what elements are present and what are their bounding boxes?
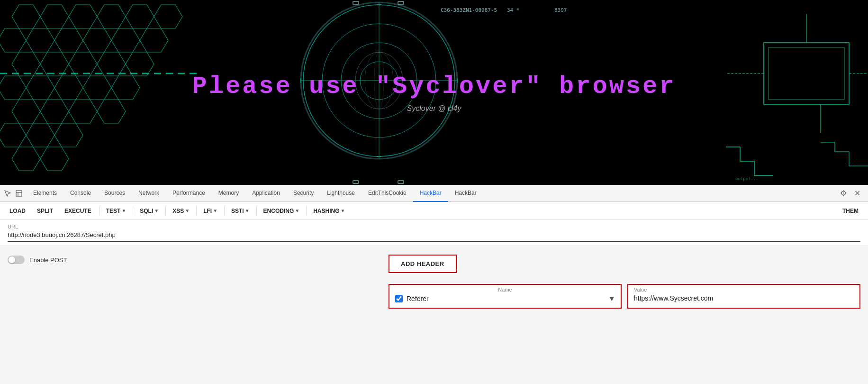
svg-rect-46 — [353, 1, 359, 4]
tab-editthiscookie[interactable]: EditThisCookie — [362, 185, 413, 202]
header-name-box: Name ▼ — [389, 284, 622, 309]
svg-marker-17 — [0, 76, 26, 100]
lfi-arrow-icon: ▼ — [213, 208, 217, 213]
xss-dropdown[interactable]: XSS ▼ — [170, 206, 192, 216]
svg-rect-53 — [764, 43, 849, 104]
svg-marker-7 — [26, 28, 54, 52]
svg-rect-47 — [398, 1, 404, 4]
tab-elements[interactable]: Elements — [27, 185, 63, 202]
encoding-dropdown[interactable]: ENCODING ▼ — [261, 206, 303, 216]
svg-marker-13 — [40, 52, 69, 76]
ssti-dropdown[interactable]: SSTI ▼ — [228, 206, 253, 216]
svg-marker-14 — [69, 52, 97, 76]
hackbar-toolbar: LOAD SPLIT EXECUTE TEST ▼ SQLI ▼ XSS ▼ L… — [0, 202, 868, 220]
main-area: Enable POST ADD HEADER Name ▼ Value — [0, 246, 868, 384]
svg-text:8397: 8397 — [554, 7, 567, 13]
header-value-box: Value — [627, 284, 860, 309]
svg-marker-18 — [26, 76, 54, 100]
svg-marker-23 — [40, 100, 69, 123]
svg-marker-21 — [111, 76, 140, 100]
devtools-gear-icon[interactable]: ⚙ — [836, 187, 850, 200]
svg-text:C36-383ZN1-00987-5: C36-383ZN1-00987-5 — [441, 7, 497, 13]
separator-1 — [99, 206, 99, 216]
svg-marker-11 — [140, 28, 168, 52]
hero-section: 8397 34 * C36-383ZN1-00987-5 output... P… — [0, 0, 868, 185]
header-name-dropdown-icon[interactable]: ▼ — [608, 295, 615, 302]
ssti-arrow-icon: ▼ — [245, 208, 250, 213]
devtools-close-icon[interactable]: ✕ — [850, 187, 864, 200]
svg-marker-16 — [126, 52, 154, 76]
toggle-knob — [9, 256, 15, 263]
test-arrow-icon: ▼ — [121, 208, 126, 213]
svg-marker-26 — [0, 123, 26, 147]
separator-4 — [196, 206, 197, 216]
url-divider — [8, 241, 860, 242]
separator-6 — [256, 206, 257, 216]
devtools-right-controls: ⚙ ✕ — [836, 187, 864, 200]
svg-marker-10 — [111, 28, 140, 52]
header-row: Name ▼ Value — [389, 284, 860, 309]
sqli-dropdown[interactable]: SQLI ▼ — [137, 206, 162, 216]
tab-memory[interactable]: Memory — [212, 185, 245, 202]
svg-marker-30 — [40, 147, 69, 171]
url-input[interactable] — [8, 230, 860, 239]
svg-marker-22 — [12, 100, 40, 123]
svg-text:output...: output... — [735, 176, 759, 181]
split-button[interactable]: SPLIT — [33, 206, 57, 216]
tab-hackbar2[interactable]: HackBar — [448, 185, 483, 202]
tab-lighthouse[interactable]: Lighthouse — [320, 185, 362, 202]
svg-rect-60 — [16, 191, 22, 196]
sqli-arrow-icon: ▼ — [154, 208, 159, 213]
tab-hackbar[interactable]: HackBar — [413, 185, 448, 202]
devtools-icon-cursor[interactable] — [4, 190, 11, 197]
svg-marker-24 — [69, 100, 97, 123]
devtools-tabs-bar: Elements Console Sources Network Perform… — [0, 185, 868, 202]
url-label: URL — [8, 224, 860, 229]
separator-7 — [306, 206, 307, 216]
xss-arrow-icon: ▼ — [185, 208, 190, 213]
separator-3 — [165, 206, 166, 216]
hero-subtitle: Syclover @ cl4y — [192, 104, 676, 113]
enable-post-label: Enable POST — [29, 256, 67, 264]
tab-application[interactable]: Application — [245, 185, 287, 202]
svg-text:34 *: 34 * — [507, 7, 520, 13]
enable-post-toggle[interactable] — [8, 256, 25, 264]
svg-rect-54 — [769, 47, 844, 100]
hashing-arrow-icon: ▼ — [341, 208, 345, 213]
load-button[interactable]: LOAD — [6, 206, 29, 216]
hero-content: Please use "Syclover" browser Syclover @… — [192, 73, 676, 113]
header-checkbox[interactable] — [395, 295, 403, 302]
hero-title: Please use "Syclover" browser — [192, 73, 676, 101]
circuit-decoration: output... — [726, 0, 868, 185]
svg-rect-48 — [353, 181, 359, 183]
svg-marker-29 — [12, 147, 40, 171]
svg-marker-19 — [54, 76, 83, 100]
svg-marker-6 — [0, 28, 26, 52]
header-name-input[interactable] — [407, 295, 605, 302]
svg-marker-28 — [54, 123, 83, 147]
tab-sources[interactable]: Sources — [98, 185, 132, 202]
svg-marker-4 — [126, 5, 154, 28]
devtools-icon-inspect[interactable] — [15, 190, 23, 197]
tab-security[interactable]: Security — [287, 185, 320, 202]
svg-marker-0 — [12, 5, 40, 28]
svg-marker-1 — [40, 5, 69, 28]
svg-marker-27 — [26, 123, 54, 147]
svg-marker-9 — [83, 28, 111, 52]
tab-performance[interactable]: Performance — [166, 185, 212, 202]
svg-marker-2 — [69, 5, 97, 28]
separator-2 — [133, 206, 133, 216]
url-section: URL — [0, 220, 868, 246]
execute-button[interactable]: EXECUTE — [61, 206, 95, 216]
tab-console[interactable]: Console — [63, 185, 98, 202]
header-name-label: Name — [498, 287, 512, 293]
test-dropdown[interactable]: TEST ▼ — [103, 206, 129, 216]
tab-network[interactable]: Network — [132, 185, 166, 202]
theme-button[interactable]: THEM — [839, 206, 862, 216]
svg-marker-20 — [83, 76, 111, 100]
hashing-dropdown[interactable]: HASHING ▼ — [310, 206, 348, 216]
header-value-input[interactable] — [634, 294, 854, 302]
add-header-button[interactable]: ADD HEADER — [389, 255, 457, 273]
lfi-dropdown[interactable]: LFI ▼ — [200, 206, 220, 216]
svg-marker-25 — [97, 100, 126, 123]
